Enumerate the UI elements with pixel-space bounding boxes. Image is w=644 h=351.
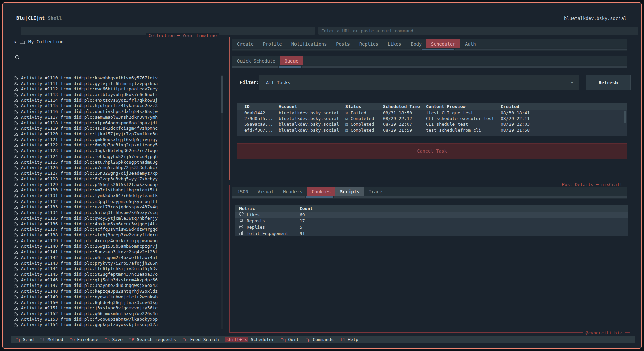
activity-list-item[interactable]: Activity #1119 from did:plc:4s3sk2dcxfci… [13,125,220,131]
task-content-preview: CLI schedule executor test [426,116,501,121]
activity-list-item[interactable]: Activity #1122 from did:plc:6ms6p7pc3fxg… [13,142,220,148]
scheduler-subtab[interactable]: Quick Schedule [232,56,280,65]
table-row[interactable]: efd7f307... bluetalkdev.bsky.social ☑Com… [237,127,627,133]
status-bar-shortcut[interactable]: ^j Send [15,337,34,342]
scheduler-subtab[interactable]: Queue [280,56,303,65]
activity-list-item[interactable]: Activity #1145 from did:plc:5t2ugfeptmn4… [13,271,220,277]
activity-list-item[interactable]: Activity #1128 from did:plc:6h2zep3u3vhq… [13,176,220,182]
url-input[interactable] [318,27,638,35]
activity-list-item[interactable]: Activity #1127 from did:plc:25n32wgng7oi… [13,170,220,176]
status-bar-shortcut[interactable]: ^s Save [105,337,123,342]
details-tab[interactable]: Headers [278,187,307,196]
activity-list-item[interactable]: Activity #1148 from did:plc:kepzqe3pu2sh… [13,288,220,294]
metric-row[interactable]: Replies 5 [235,224,628,230]
status-bar-shortcut[interactable]: ^q Quit [281,337,299,342]
metric-row[interactable]: Reposts 17 [235,218,628,224]
col-account: Account [279,104,345,109]
activity-list-item[interactable]: Activity #1135 from did:plc:qwoy5ytjcmle… [13,215,220,221]
activity-list-item[interactable]: Activity #1153 from did:plc:f5oo6upzabmt… [13,316,220,322]
activity-list-item[interactable]: Activity #1144 from did:plc:tfc6fpfchkij… [13,266,220,271]
activity-list-item[interactable]: Activity #1149 from did:plc:nygwnfkubwoj… [13,294,220,300]
activity-list-item[interactable]: Activity #1136 from did:plc:4bxkno6xo6uc… [13,221,220,227]
activity-list-item[interactable]: Activity #1154 from did:plc:gppkqatzoywx… [13,322,220,328]
activity-list-item[interactable]: Activity #1143 from did:plc:prykvty7i2rb… [13,260,220,266]
activity-list-item[interactable]: Activity #1120 from did:plc:ljkat57jxyjr… [13,131,220,137]
search-icon[interactable] [15,55,20,60]
shortcut-label: Scheduler [251,337,274,342]
status-bar-shortcut[interactable]: ^n Feed Search [182,337,219,342]
activity-list-item[interactable]: Activity #1131 from did:plc:lymk5dhx647r… [13,193,220,199]
details-tab[interactable]: Visual [253,187,279,196]
activity-list-item[interactable]: Activity #1139 from did:plc:4xncgz4enrki… [13,238,220,244]
activity-list-item[interactable]: Activity #1126 from did:plc:u7cmg5zahbp7… [13,165,220,171]
activity-list-item[interactable]: Activity #1134 from did:plc:5alxq3lrhbsp… [13,210,220,215]
activity-list-item[interactable]: Activity #1125 from did:plc:etu7hpl26pkk… [13,159,220,165]
details-tab[interactable]: JSON [232,187,253,196]
activity-list-item[interactable]: Activity #1124 from did:plc:fehkagyhx52i… [13,153,220,159]
activity-list-item[interactable]: Activity #1141 from did:plc:5unzsuu3jkoz… [13,249,220,255]
table-row[interactable]: 279d0af5... bluetalkdev.bsky.social ☑Com… [237,116,627,121]
request-tab[interactable]: Scheduler [426,39,460,48]
activity-label: Activity #1124 from did:plc:fehkagyhx52i… [21,154,158,159]
details-tab[interactable]: Cookies [307,187,335,196]
activity-list-item[interactable]: Activity #1133 from did:plc:uzat73rosjqd… [13,204,220,210]
activity-list-item[interactable]: Activity #1114 from did:plc:4hxtzcvs6yqz… [13,97,220,103]
activity-list-item[interactable]: Activity #1142 from did:plc:u6riagom2r4b… [13,255,220,260]
collection-search[interactable] [15,55,20,61]
activity-label: Activity #1154 from did:plc:gppkqatzoywx… [21,322,158,327]
table-row[interactable]: 0dab1442... bluetalkdev.bsky.social ×Fai… [237,110,627,116]
metric-value: 91 [300,231,628,236]
activity-list-item[interactable]: Activity #1152 from did:plc:q66jmuxmhnt5… [13,311,220,316]
activity-list-item[interactable]: Activity #1116 from did:plc:ubutivkhps7d… [13,108,220,114]
activity-list-item[interactable]: Activity #1113 from did:plc:artbtayvuhjd… [13,92,220,97]
activity-list-item[interactable]: Activity #1150 from did:plc:6qhdo4g36qtj… [13,300,220,305]
request-tab[interactable]: Create [232,39,258,48]
metric-row[interactable]: Likes 69 [235,212,628,218]
status-bar-shortcut[interactable]: f1 Help [340,337,358,342]
refresh-button[interactable]: Refresh [586,75,631,90]
task-filter-dropdown[interactable]: All Tasks ▼ [259,75,579,90]
activity-list-item[interactable]: Activity #1123 from did:plc:3hgkr6blvbg3… [13,148,220,153]
request-tab[interactable]: Auth [460,39,481,48]
col-preview: Content Preview [426,104,501,109]
table-row[interactable]: 59a9aca9... bluetalkdev.bsky.social ☑Com… [237,121,627,127]
status-bar-shortcut[interactable]: ^o Firehose [70,337,98,342]
activity-list-item[interactable]: Activity #1112 from did:plc:nwc66biilprf… [13,86,220,92]
activity-list-item[interactable]: Activity #1138 from did:plc:wtghj3ncep3x… [13,232,220,238]
metric-row[interactable]: Total Engagement 91 [235,230,628,237]
status-bar-shortcut[interactable]: shift+^s Scheduler [225,337,274,342]
activity-list-item[interactable]: Activity #1130 from did:plc:vm7clsibahej… [13,187,220,193]
details-tab[interactable]: Scripts [335,187,364,196]
activity-list-item[interactable]: Activity #1147 from did:plc:3haynne2dud3… [13,283,220,289]
activity-list-item[interactable]: Activity #1132 from did:plc:m3pgttoaypmz… [13,199,220,204]
activity-list-item[interactable]: Activity #1151 from did:plc:j3xsfvpd3vfq… [13,305,220,311]
shortcut-label: Send [23,337,34,342]
cancel-task-button[interactable]: Cancel Task [237,143,627,159]
shortcut-key: ^o [70,337,75,342]
activity-label: Activity #1140 from did:plc:26wgz535b5am… [21,244,158,249]
activity-list-item[interactable]: Activity #1118 from did:plc:xlpx64ogospm… [13,120,220,126]
request-tab[interactable]: Profile [258,39,287,48]
status-bar-shortcut[interactable]: ^t Method [40,337,63,342]
table-scrollbar-thumb[interactable] [624,111,626,123]
tree-item-my-collection[interactable]: ▶ My Collection [15,39,64,44]
activity-list-item[interactable]: Activity #1110 from did:plc:kswobhqvxfht… [13,75,220,81]
request-tab[interactable]: Likes [383,39,406,48]
request-tab[interactable]: Replies [355,39,383,48]
status-bar-shortcut[interactable]: ^p Commands [305,337,334,342]
activity-list-item[interactable]: Activity #1146 from did:plc:gtj5ath3dxst… [13,277,220,283]
activity-list-item[interactable]: Activity #1137 from did:plc:4cffq3svmisw… [13,226,220,232]
activity-scrollbar-thumb[interactable] [221,76,223,113]
activity-list-item[interactable]: Activity #1140 from did:plc:26wgz535b5am… [13,244,220,249]
activity-list-item[interactable]: Activity #1129 from did:plc:p45hgts26t5k… [13,182,220,187]
status-bar-shortcut[interactable]: ^P Search requests [129,337,176,342]
activity-list-item[interactable]: Activity #1117 from did:plc:semwmaolw3ns… [13,114,220,120]
activity-list-item[interactable]: Activity #1111 from did:plc:gytvjilr6hlm… [13,81,220,86]
details-tab[interactable]: Trace [364,187,387,196]
activity-list-item[interactable]: Activity #1115 from did:plc:hjqtgeifiz4f… [13,103,220,109]
activity-list-item[interactable]: Activity #1121 from did:plc:gmk6ousxtqjf… [13,137,220,142]
tree-expand-icon[interactable]: ▶ [15,40,17,44]
request-tab[interactable]: Notifications [287,39,332,48]
request-tab[interactable]: Posts [331,39,355,48]
request-tab[interactable]: Body [406,39,427,48]
